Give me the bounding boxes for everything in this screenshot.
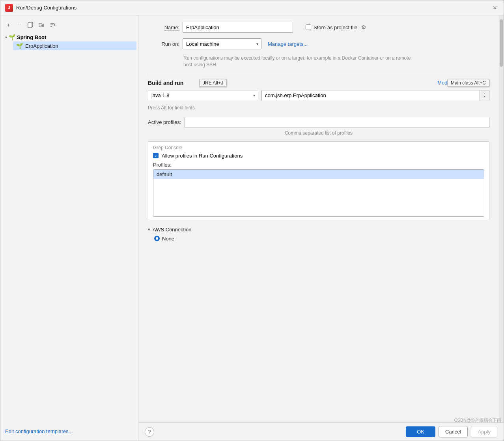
jre-tooltip: JRE Alt+J	[199, 79, 227, 87]
default-profile-item[interactable]: default	[153, 170, 484, 179]
name-input[interactable]	[183, 22, 293, 33]
manage-targets-link[interactable]: Manage targets...	[268, 41, 308, 47]
apply-button[interactable]: Apply	[471, 426, 497, 437]
remove-config-button[interactable]: −	[15, 20, 24, 30]
folder-button[interactable]	[37, 20, 46, 30]
chevron-down-icon: ▾	[5, 35, 7, 39]
main-class-input[interactable]	[262, 92, 480, 98]
dialog-title: Run/Debug Configurations	[16, 5, 77, 11]
main-class-input-wrapper: ⋮	[261, 90, 489, 101]
aws-none-label: None	[162, 236, 174, 242]
config-form: Name: Store as project file ⚙ Run on:	[138, 15, 499, 422]
spring-boot-icon: 🌱	[9, 34, 15, 40]
sort-button[interactable]	[48, 20, 57, 30]
bottom-left: ?	[145, 427, 154, 437]
allow-profiles-label: Allow profiles in Run Configurations	[162, 153, 243, 159]
java-dropdown-wrapper: java 1.8 ▾	[148, 90, 258, 101]
aws-none-radio[interactable]	[154, 236, 160, 241]
aws-header: ▾ AWS Connection	[148, 227, 489, 233]
allow-profiles-row: ✓ Allow profiles in Run Configurations	[153, 153, 484, 159]
erp-application-item[interactable]: 🌱 ErpApplication	[13, 41, 136, 50]
active-profiles-input[interactable]	[185, 117, 489, 128]
profiles-list: default	[153, 169, 484, 217]
copy-config-button[interactable]	[26, 20, 35, 30]
gear-icon[interactable]: ⚙	[361, 24, 366, 30]
ok-button[interactable]: OK	[406, 426, 435, 437]
cancel-button[interactable]: Cancel	[439, 426, 468, 437]
spring-boot-parent[interactable]: ▾ 🌱 Spring Boot	[2, 33, 136, 41]
store-project-label: Store as project file	[314, 24, 357, 30]
copy-icon	[27, 22, 34, 28]
run-on-select[interactable]: Local machine	[183, 38, 261, 49]
run-debug-dialog: J Run/Debug Configurations × + −	[0, 0, 504, 441]
run-on-label: Run on:	[148, 41, 179, 47]
scrollbar[interactable]	[499, 15, 504, 422]
scrollbar-thumb[interactable]	[500, 19, 503, 67]
edit-templates-link[interactable]: Edit configuration templates...	[0, 425, 138, 437]
run-hint-text: Run configurations may be executed local…	[183, 55, 420, 68]
spring-boot-children: 🌱 ErpApplication	[2, 41, 136, 50]
comma-hint: Comma separated list of profiles	[148, 130, 489, 136]
right-panel: Name: Store as project file ⚙ Run on:	[138, 15, 504, 441]
radio-inner	[156, 237, 158, 240]
svg-rect-1	[28, 23, 32, 28]
run-on-row: Run on: Local machine ▾ Manage targets..…	[148, 38, 489, 49]
bottom-right: OK Cancel Apply	[406, 426, 497, 437]
allow-profiles-checkbox[interactable]: ✓	[153, 153, 159, 158]
erp-app-icon: 🌱	[16, 43, 23, 49]
aws-connection-section: ▾ AWS Connection None	[148, 227, 489, 242]
name-label: Name:	[148, 24, 179, 30]
sort-icon	[49, 22, 56, 28]
spring-boot-group: ▾ 🌱 Spring Boot 🌱 ErpApplication	[2, 33, 136, 50]
run-on-dropdown-wrapper: Local machine ▾	[183, 38, 261, 49]
name-row: Name: Store as project file ⚙	[148, 22, 489, 33]
build-run-title: Build and run	[148, 80, 183, 86]
add-config-button[interactable]: +	[4, 20, 13, 30]
aws-none-row: None	[148, 236, 489, 242]
spring-boot-label: Spring Boot	[17, 34, 46, 40]
folder-icon	[38, 22, 45, 28]
config-tree: ▾ 🌱 Spring Boot 🌱 ErpApplication	[0, 33, 138, 425]
active-profiles-row: Active profiles:	[148, 117, 489, 128]
main-class-tooltip: Main class Alt+C	[447, 79, 489, 87]
divider	[148, 75, 489, 75]
bottom-bar: ? OK Cancel Apply	[138, 422, 504, 441]
aws-title: AWS Connection	[153, 227, 192, 233]
profiles-label: Profiles:	[153, 162, 484, 168]
aws-chevron-icon[interactable]: ▾	[148, 227, 150, 232]
store-project-checkbox[interactable]	[306, 24, 311, 30]
main-content: + −	[0, 15, 504, 441]
grep-console-section: Grep Console ✓ Allow profiles in Run Con…	[148, 141, 489, 220]
main-class-browse-button[interactable]: ⋮	[480, 90, 489, 101]
grep-console-title: Grep Console	[153, 145, 484, 150]
close-button[interactable]: ×	[491, 4, 499, 12]
build-run-row: JRE Alt+J Main class Alt+C java 1.8 ▾ ⋮	[148, 90, 489, 101]
help-button[interactable]: ?	[145, 427, 154, 437]
erp-app-label: ErpApplication	[25, 43, 58, 49]
sidebar-toolbar: + −	[0, 19, 138, 33]
sidebar: + −	[0, 15, 138, 441]
java-version-select[interactable]: java 1.8	[148, 90, 258, 101]
title-bar: J Run/Debug Configurations ×	[0, 0, 504, 15]
press-alt-hint: Press Alt for field hints	[148, 105, 489, 111]
active-profiles-label: Active profiles:	[148, 119, 181, 125]
intellij-icon: J	[5, 4, 13, 12]
store-project-row: Store as project file ⚙	[306, 24, 366, 30]
title-bar-left: J Run/Debug Configurations	[5, 4, 77, 12]
